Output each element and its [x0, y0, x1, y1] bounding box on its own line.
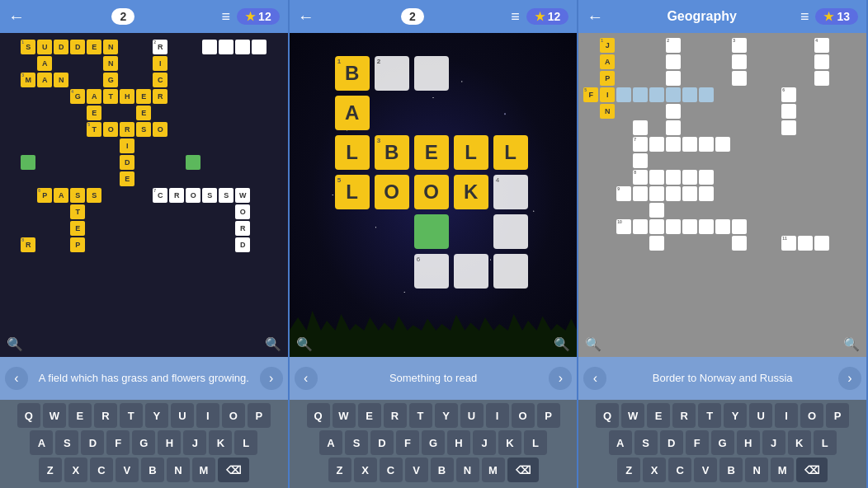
clue-prev-btn-1[interactable]: ‹ [5, 367, 28, 390]
menu-icon-3[interactable]: ≡ [800, 8, 809, 26]
gcell[interactable]: 3 [732, 38, 747, 53]
cell[interactable]: D [70, 40, 85, 54]
cell[interactable]: 3M [21, 73, 35, 87]
tile-L3[interactable]: L [493, 135, 528, 170]
clue-next-btn-1[interactable]: › [260, 367, 283, 390]
clue-prev-btn-3[interactable]: ‹ [583, 367, 606, 390]
clue-next-btn-3[interactable]: › [838, 367, 861, 390]
cell[interactable] [21, 155, 35, 170]
key-R[interactable]: R [94, 403, 117, 428]
zoom-out-icon-3[interactable]: 🔍 [585, 336, 601, 352]
cell[interactable] [252, 40, 267, 54]
key-S[interactable]: S [55, 430, 78, 455]
key2-Z[interactable]: Z [328, 458, 351, 482]
key2-N[interactable]: N [456, 458, 479, 482]
gcell[interactable] [666, 137, 681, 152]
key3-D[interactable]: D [660, 430, 683, 455]
cell[interactable]: 6P [37, 188, 52, 203]
cell[interactable]: R [235, 221, 250, 236]
key2-G[interactable]: G [422, 430, 445, 455]
key3-L[interactable]: L [814, 430, 837, 455]
gcell[interactable] [682, 170, 697, 185]
zoom-in-icon-2[interactable]: 🔍 [554, 336, 570, 352]
key3-A[interactable]: A [609, 430, 632, 455]
key3-M[interactable]: M [771, 458, 794, 482]
cell[interactable]: 4G [70, 89, 85, 104]
gcell[interactable] [633, 219, 648, 234]
key3-V[interactable]: V [694, 458, 717, 482]
key-backspace[interactable]: ⌫ [218, 458, 249, 482]
key-B[interactable]: B [141, 458, 164, 482]
key-K[interactable]: K [209, 430, 232, 455]
key3-W[interactable]: W [621, 403, 644, 428]
cell[interactable]: 2R [153, 40, 167, 54]
zoom-in-icon-1[interactable]: 🔍 [265, 336, 281, 352]
gcell[interactable] [798, 236, 813, 251]
gcell[interactable] [732, 54, 747, 69]
cell[interactable]: E [120, 171, 134, 186]
gcell[interactable] [814, 54, 829, 69]
gcell[interactable] [633, 87, 648, 102]
key2-O[interactable]: O [512, 403, 535, 428]
cell[interactable]: R [120, 122, 134, 137]
cell[interactable]: E [136, 89, 151, 104]
key3-X[interactable]: X [643, 458, 666, 482]
key3-H[interactable]: H [737, 430, 760, 455]
cell[interactable]: N [54, 73, 68, 87]
key2-I[interactable]: I [486, 403, 509, 428]
key-J[interactable]: J [183, 430, 206, 455]
key-O[interactable]: O [222, 403, 245, 428]
key3-E[interactable]: E [647, 403, 670, 428]
key2-J[interactable]: J [473, 430, 496, 455]
key3-U[interactable]: U [749, 403, 772, 428]
tile-4[interactable]: 4 [493, 175, 528, 209]
key3-N[interactable]: N [745, 458, 768, 482]
gcell[interactable]: 11 [781, 236, 796, 251]
gcell[interactable] [814, 71, 829, 86]
tile-B[interactable]: 1B [335, 56, 370, 91]
back-button-1[interactable]: ← [8, 7, 25, 26]
gcell[interactable] [699, 170, 714, 185]
zoom-in-icon-3[interactable]: 🔍 [843, 336, 860, 352]
gcell[interactable] [633, 120, 648, 135]
cell[interactable]: 5T [87, 122, 101, 137]
gcell[interactable]: 4 [814, 38, 829, 53]
tile-blank4[interactable] [493, 254, 528, 289]
gcell[interactable]: N [600, 104, 615, 119]
key3-Q[interactable]: Q [596, 403, 619, 428]
key2-Q[interactable]: Q [307, 403, 330, 428]
key3-I[interactable]: I [775, 403, 798, 428]
gcell[interactable] [666, 170, 681, 185]
cell[interactable]: I [120, 138, 134, 153]
tile-L4[interactable]: 5L [335, 175, 370, 209]
gcell[interactable] [682, 186, 697, 201]
key3-O[interactable]: O [800, 403, 823, 428]
key3-J[interactable]: J [762, 430, 785, 455]
tile-O2[interactable]: O [414, 175, 449, 209]
cell[interactable]: U [37, 40, 52, 54]
key3-C[interactable]: C [668, 458, 691, 482]
key2-S[interactable]: S [345, 430, 368, 455]
menu-icon-1[interactable]: ≡ [222, 8, 231, 26]
cell[interactable]: E [87, 106, 101, 120]
key-V[interactable]: V [116, 458, 139, 482]
gcell[interactable] [682, 87, 697, 102]
tile-L[interactable]: L [335, 135, 370, 170]
gcell[interactable] [732, 219, 747, 234]
key2-M[interactable]: M [482, 458, 505, 482]
key3-B[interactable]: B [719, 458, 743, 482]
gcell[interactable] [732, 71, 747, 86]
gcell[interactable] [666, 186, 681, 201]
tile-L2[interactable]: L [454, 135, 488, 170]
cell[interactable]: P [70, 237, 85, 252]
gcell[interactable] [649, 137, 664, 152]
zoom-out-icon-2[interactable]: 🔍 [296, 336, 313, 352]
key-F[interactable]: F [106, 430, 130, 455]
cell[interactable]: O [153, 122, 167, 137]
key3-S[interactable]: S [634, 430, 658, 455]
key-H[interactable]: H [158, 430, 181, 455]
key-A[interactable]: A [30, 430, 53, 455]
gcell[interactable] [649, 236, 664, 251]
gcell[interactable] [699, 186, 714, 201]
gcell[interactable] [781, 104, 796, 119]
